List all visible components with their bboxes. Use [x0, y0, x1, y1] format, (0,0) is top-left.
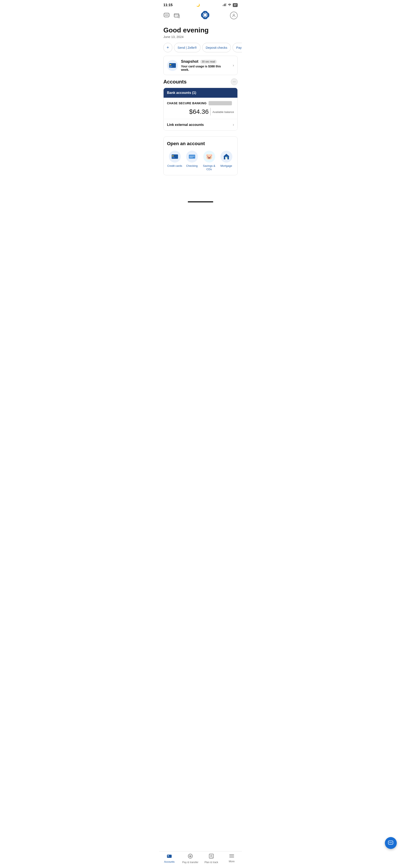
checking-icon: [186, 151, 198, 162]
open-credit-cards[interactable]: Credit cards: [167, 151, 182, 171]
balance-divider: [210, 108, 211, 116]
snapshot-title: Snapshot: [181, 59, 198, 64]
status-icons: 37: [223, 3, 238, 7]
plus-button[interactable]: +: [163, 43, 172, 52]
snapshot-description: Your card usage is $388 this week.: [181, 65, 230, 71]
savings-icon: 🐷: [203, 151, 215, 162]
snapshot-icon: [167, 60, 178, 71]
accounts-title: Accounts: [163, 79, 187, 85]
svg-point-8: [167, 14, 168, 16]
snapshot-chevron-icon: ›: [233, 63, 234, 68]
status-bar: 11:15 🌙: [159, 0, 242, 9]
credit-cards-icon: [169, 151, 181, 162]
wifi-icon: [228, 3, 231, 7]
send-zelle-button[interactable]: Send | Zelle®: [174, 43, 200, 52]
bank-accounts-card: Bank accounts (1) CHASE SECURE BANKING $…: [163, 88, 238, 130]
svg-point-7: [166, 14, 167, 16]
deposit-checks-button[interactable]: Deposit checks: [202, 43, 231, 52]
svg-rect-3: [226, 3, 226, 6]
savings-label: Savings & CDs: [201, 164, 217, 171]
svg-rect-33: [227, 157, 227, 158]
bank-account-name-row: CHASE SECURE BANKING: [167, 101, 234, 105]
balance-label: Available balance: [212, 111, 234, 114]
svg-rect-28: [189, 155, 195, 159]
account-balance: $64.36: [189, 108, 209, 115]
bank-account-balance-row: $64.36 Available balance: [167, 108, 234, 116]
action-buttons-row: + Send | Zelle® Deposit checks Pay bills: [159, 41, 242, 56]
home-indicator-bar: [188, 201, 213, 203]
greeting-date: June 13, 2024: [163, 35, 238, 38]
svg-point-6: [165, 14, 166, 16]
balance-section: $64.36: [189, 108, 211, 116]
svg-rect-22: [170, 64, 171, 65]
pay-bills-button[interactable]: Pay bills: [232, 43, 242, 52]
bank-accounts-header: Bank accounts (1): [164, 88, 237, 98]
credit-cards-label: Credit cards: [167, 164, 182, 167]
app-header: [159, 9, 242, 23]
battery-icon: 37: [233, 3, 238, 7]
profile-icon[interactable]: [230, 12, 238, 19]
accounts-header: Accounts ···: [163, 79, 238, 85]
accounts-section: Accounts ··· Bank accounts (1) CHASE SEC…: [159, 79, 242, 135]
open-mortgage[interactable]: Mortgage: [219, 151, 234, 171]
svg-rect-26: [172, 155, 174, 156]
svg-point-20: [233, 14, 235, 16]
snapshot-content: Snapshot 30 sec read Your card usage is …: [181, 59, 230, 71]
bank-account-name: CHASE SECURE BANKING: [167, 101, 206, 105]
open-account-section: Open an account Credit cards: [163, 136, 238, 175]
chase-logo: [201, 10, 210, 20]
mortgage-label: Mortgage: [221, 164, 232, 167]
header-left-icons: [163, 12, 180, 19]
open-account-grid: Credit cards Checking 🐷 Savings & CDs: [167, 151, 234, 171]
bank-account-row[interactable]: CHASE SECURE BANKING $64.36 Available ba…: [164, 98, 237, 119]
snapshot-title-row: Snapshot 30 sec read: [181, 59, 230, 64]
chat-icon[interactable]: [163, 12, 170, 19]
checking-label: Checking: [186, 164, 198, 167]
svg-point-4: [229, 5, 230, 6]
link-external-row[interactable]: Link external accounts ›: [164, 119, 237, 130]
mortgage-icon: [221, 151, 232, 162]
snapshot-badge: 30 sec read: [200, 60, 217, 64]
svg-rect-25: [172, 154, 178, 159]
snapshot-amount: $388: [208, 65, 215, 68]
svg-rect-2: [225, 4, 225, 6]
moon-icon: 🌙: [196, 3, 200, 7]
signal-icon: [223, 3, 226, 7]
snapshot-card[interactable]: Snapshot 30 sec read Your card usage is …: [163, 56, 238, 75]
link-external-text: Link external accounts: [167, 123, 204, 127]
open-account-title: Open an account: [167, 141, 234, 147]
svg-rect-0: [223, 5, 223, 6]
svg-rect-1: [224, 4, 224, 6]
add-card-icon[interactable]: [174, 12, 180, 19]
open-savings[interactable]: 🐷 Savings & CDs: [201, 151, 217, 171]
balance-label-section: Available balance: [212, 110, 234, 114]
account-number-blur: [208, 101, 232, 105]
status-time: 11:15: [163, 3, 172, 7]
greeting-section: Good evening June 13, 2024: [159, 23, 242, 41]
home-indicator: [159, 198, 242, 204]
accounts-more-button[interactable]: ···: [231, 79, 238, 85]
greeting-title: Good evening: [163, 26, 238, 34]
bank-accounts-header-text: Bank accounts (1): [167, 91, 196, 94]
open-checking[interactable]: Checking: [184, 151, 200, 171]
link-external-chevron-icon: ›: [233, 123, 234, 127]
